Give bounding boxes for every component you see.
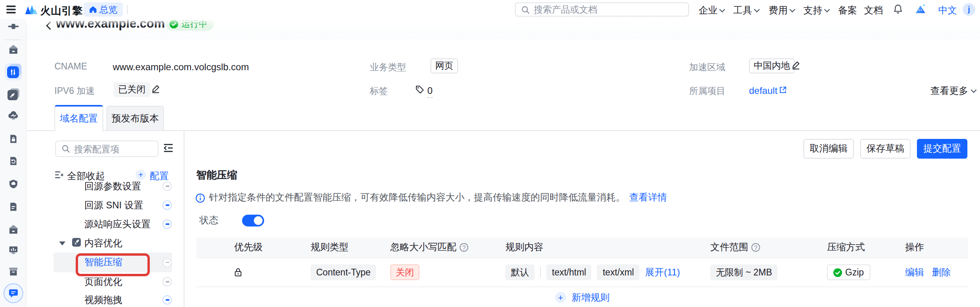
tree-category-content-optimization[interactable]: 内容优化 — [26, 234, 184, 253]
external-link-icon[interactable] — [779, 85, 787, 96]
ipv6-value: 已关闭 — [114, 82, 150, 97]
rail-divider — [5, 39, 21, 40]
rail-node-icon[interactable] — [8, 21, 18, 32]
status-row: 状态 — [199, 214, 264, 227]
product-search-input[interactable] — [534, 5, 683, 14]
rule-content-cell: 默认 text/html text/xml 展开(11) — [505, 264, 710, 280]
nav-menu-support[interactable]: 支持 — [803, 4, 830, 17]
tree-item-origin-response-header[interactable]: 源站响应头设置 — [26, 215, 184, 234]
tags-count[interactable]: 0 — [427, 85, 432, 98]
rail-cloud-monitor-icon[interactable] — [8, 110, 18, 120]
rail-cdn-config-icon-active[interactable] — [4, 63, 22, 80]
config-search-input[interactable] — [74, 144, 152, 154]
language-switcher[interactable]: 中文 — [938, 4, 957, 17]
region-edit-icon[interactable] — [792, 61, 800, 72]
ipv6-label: IPV6 加速 — [54, 85, 95, 97]
ai-assistant-icon[interactable] — [915, 3, 926, 17]
collapse-toggle[interactable] — [162, 219, 172, 229]
rail-shield-icon[interactable] — [8, 179, 18, 189]
nav-menu-enterprise[interactable]: 企业 — [699, 4, 725, 17]
collapse-toggle[interactable] — [162, 182, 172, 191]
config-tree: 回源参数设置 回源 SNI 设置 源站响应头设置 内容优化 智能压缩 — [26, 182, 184, 307]
rail-archive-box-icon[interactable] — [8, 267, 18, 276]
help-icon[interactable]: ? — [460, 243, 468, 252]
view-more-button[interactable]: 查看更多 — [930, 84, 977, 98]
home-icon — [89, 6, 97, 13]
ignore-case-cell: 关闭 — [390, 264, 505, 280]
tree-item-label: 源站响应头设置 — [84, 217, 151, 231]
help-icon[interactable]: ? — [751, 243, 760, 252]
cancel-edit-button[interactable]: 取消编辑 — [803, 139, 854, 159]
tree-item-origin-sni[interactable]: 回源 SNI 设置 — [26, 196, 184, 215]
tree-item-label: 回源参数设置 — [84, 182, 141, 193]
compression-tag: Gzip — [827, 264, 870, 280]
rule-type-cell: Content-Type — [311, 264, 390, 280]
hamburger-menu-icon[interactable] — [6, 6, 16, 13]
status-label: 状态 — [199, 214, 218, 227]
add-rule-row[interactable]: + 新增规则 — [196, 287, 968, 307]
add-config-icon[interactable]: + — [136, 170, 146, 180]
tree-item-smart-compression[interactable]: 智能压缩 — [26, 253, 184, 272]
collapse-panel-icon[interactable] — [163, 144, 173, 155]
rail-document-icon[interactable] — [8, 202, 18, 212]
rail-rocket-icon[interactable] — [7, 88, 19, 100]
collapse-toggle[interactable] — [162, 200, 172, 210]
cname-value: www.example.com.volcgslb.com — [113, 62, 249, 73]
collapse-toggle[interactable] — [162, 277, 172, 286]
volcengine-logo-icon[interactable] — [25, 4, 38, 17]
table-header-row: 优先级 规则类型 忽略大小写匹配 ? 规则内容 文件范围 ? 压缩方式 操作 — [196, 238, 968, 258]
detail-link[interactable]: 查看详情 — [629, 191, 667, 204]
status-toggle[interactable] — [242, 215, 264, 227]
rules-table: 优先级 规则类型 忽略大小写匹配 ? 规则内容 文件范围 ? 压缩方式 操作 — [196, 238, 968, 307]
delete-link[interactable]: 删除 — [932, 266, 951, 279]
rail-doc-lock-icon[interactable] — [8, 134, 18, 144]
section-description: 针对指定条件的文件配置智能压缩，可有效降低传输内容大小，提高传输速度的同时降低流… — [209, 191, 625, 204]
col-ignore-case-label: 忽略大小写匹配 — [390, 241, 456, 254]
submit-config-button[interactable]: 提交配置 — [917, 139, 967, 159]
tab-pre-release[interactable]: 预发布版本 — [106, 106, 164, 130]
col-file-range-label: 文件范围 — [710, 241, 748, 254]
save-draft-button[interactable]: 保存草稿 — [860, 139, 911, 159]
rail-home2-icon[interactable] — [8, 224, 18, 234]
rule-type-tag: Content-Type — [311, 264, 376, 280]
compression-cell: Gzip — [827, 264, 905, 280]
col-file-range: 文件范围 ? — [710, 241, 827, 254]
expand-link[interactable]: 展开(11) — [645, 266, 680, 279]
overview-button[interactable]: 总览 — [84, 2, 123, 17]
tree-item-origin-params[interactable]: 回源参数设置 — [26, 182, 184, 196]
collapse-toggle[interactable] — [162, 295, 172, 305]
product-search-box[interactable] — [515, 2, 689, 17]
caret-down-icon[interactable] — [59, 241, 65, 245]
collapse-all-label[interactable]: 全部收起 — [67, 170, 105, 183]
nav-menu-docs[interactable]: 文档 — [864, 4, 883, 17]
volcengine-logo-text[interactable]: 火山引擎 — [40, 4, 83, 18]
notification-bell-icon[interactable] — [893, 4, 903, 17]
ipv6-edit-icon[interactable] — [151, 84, 160, 95]
tab-domain-config[interactable]: 域名配置 — [54, 105, 103, 131]
info-icon — [196, 193, 205, 202]
rail-doc-refresh-icon[interactable] — [8, 156, 18, 166]
nav-menu-tools[interactable]: 工具 — [733, 4, 760, 17]
edit-link[interactable]: 编辑 — [905, 266, 924, 279]
table-row: Content-Type 关闭 默认 text/html text/xml 展开… — [196, 258, 968, 287]
nav-menu-label: 企业 — [699, 4, 717, 17]
config-link[interactable]: 配置 — [150, 170, 169, 183]
user-avatar[interactable]: j — [963, 3, 975, 15]
nav-menu-icp[interactable]: 备案 — [838, 4, 857, 17]
rail-monitor-chart-icon[interactable] — [8, 245, 18, 255]
rail-home-icon[interactable] — [8, 44, 18, 54]
config-search-box[interactable] — [55, 140, 158, 157]
check-circle-icon — [833, 268, 842, 277]
collapse-all-icon[interactable] — [54, 170, 64, 182]
tree-item-page-optimization[interactable]: 页面优化 — [26, 272, 184, 291]
rail-support-chat-icon[interactable] — [3, 283, 23, 303]
project-link[interactable]: default — [749, 85, 777, 96]
rocket-category-icon — [72, 237, 81, 249]
tree-category-label: 内容优化 — [84, 236, 122, 250]
tree-item-video-drag[interactable]: 视频拖拽 — [26, 290, 184, 307]
plus-icon: + — [555, 292, 566, 303]
nav-menu-billing[interactable]: 费用 — [769, 4, 796, 17]
cname-label: CNAME — [54, 62, 87, 71]
collapse-toggle[interactable] — [162, 258, 172, 267]
cell-divider — [540, 267, 541, 278]
